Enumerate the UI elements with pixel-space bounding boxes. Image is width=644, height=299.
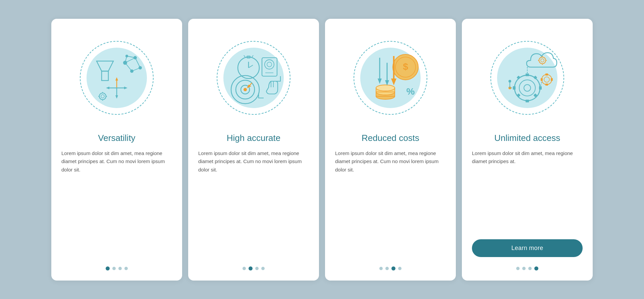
card-versatility: Versatility Lorem ipsum dolor sit dim am… [51,19,182,281]
svg-point-77 [542,74,552,85]
dot-1[interactable] [243,267,246,270]
dots-row [516,266,538,270]
dots-row [106,266,128,270]
dot-2[interactable] [249,266,253,270]
dot-2[interactable] [522,267,526,270]
learn-more-button[interactable]: Learn more [472,239,583,257]
dot-2[interactable] [112,267,116,270]
dot-1[interactable] [379,267,383,270]
card-title: High accurate [227,133,280,143]
dots-row [243,266,265,270]
svg-rect-79 [545,73,548,76]
card-title: Unlimited access [494,133,560,143]
svg-line-7 [125,58,135,63]
card-unlimited-access: Unlimited access Lorem ipsum dolor sit d… [462,19,593,281]
svg-rect-81 [541,78,543,81]
card-reduced-costs: $ % Reduced costs Lorem ipsum dolor s [325,19,456,281]
dot-1[interactable] [516,267,520,270]
illustration-unlimited-access [480,31,574,125]
svg-rect-82 [551,78,553,81]
svg-rect-75 [517,93,520,97]
svg-line-9 [132,68,140,71]
svg-marker-16 [115,95,118,99]
svg-text:%: % [407,86,415,97]
svg-marker-20 [124,87,127,89]
svg-line-38 [252,55,253,57]
illustration-versatility [70,31,164,125]
svg-point-41 [267,62,272,67]
dot-3[interactable] [118,267,122,270]
svg-point-40 [265,60,274,69]
card-title: Versatility [98,133,135,143]
svg-line-37 [244,55,245,57]
card-text: Lorem ipsum dolor sit dim amet, mea regi… [198,149,309,257]
svg-point-68 [524,85,531,91]
dot-1[interactable] [106,266,110,270]
svg-point-67 [519,80,535,96]
reduced-costs-icon: $ % [350,38,431,118]
svg-line-10 [125,63,132,71]
svg-point-22 [101,95,104,98]
card-text: Lorem ipsum dolor sit dim amet, mea regi… [472,149,583,233]
card-title: Reduced costs [362,133,419,143]
dot-3[interactable] [255,267,259,270]
high-accurate-icon [213,38,294,118]
versatility-icon [76,38,157,118]
dot-3[interactable] [391,266,395,270]
svg-line-35 [249,65,253,68]
svg-point-78 [544,77,549,82]
svg-point-61 [541,59,544,62]
svg-point-30 [244,88,247,91]
svg-marker-55 [378,79,382,84]
svg-rect-73 [517,76,520,79]
svg-rect-80 [545,84,548,86]
card-text: Lorem ipsum dolor sit dim amet, mea regi… [335,149,446,257]
dot-2[interactable] [385,267,389,270]
svg-point-60 [539,57,546,64]
illustration-high-accurate [207,31,301,125]
illustration-reduced-costs: $ % [343,31,437,125]
svg-point-53 [376,85,395,91]
dot-4[interactable] [124,267,128,270]
dot-4[interactable] [261,267,265,270]
svg-point-21 [99,93,106,100]
svg-marker-0 [97,61,113,71]
cards-container: Versatility Lorem ipsum dolor sit dim am… [38,5,606,294]
dot-3[interactable] [528,267,532,270]
unlimited-access-icon [487,38,568,118]
svg-marker-14 [115,77,118,81]
card-text: Lorem ipsum dolor sit dim amet, mea regi… [61,149,172,257]
svg-text:$: $ [403,61,408,72]
card-high-accurate: High accurate Lorem ipsum dolor sit dim … [188,19,319,281]
svg-marker-59 [391,79,396,85]
dot-4[interactable] [534,266,538,270]
dot-4[interactable] [398,267,401,270]
svg-rect-1 [102,71,108,81]
dots-row [379,266,401,270]
svg-line-8 [135,58,140,68]
svg-rect-70 [526,100,529,102]
svg-marker-18 [106,87,109,89]
